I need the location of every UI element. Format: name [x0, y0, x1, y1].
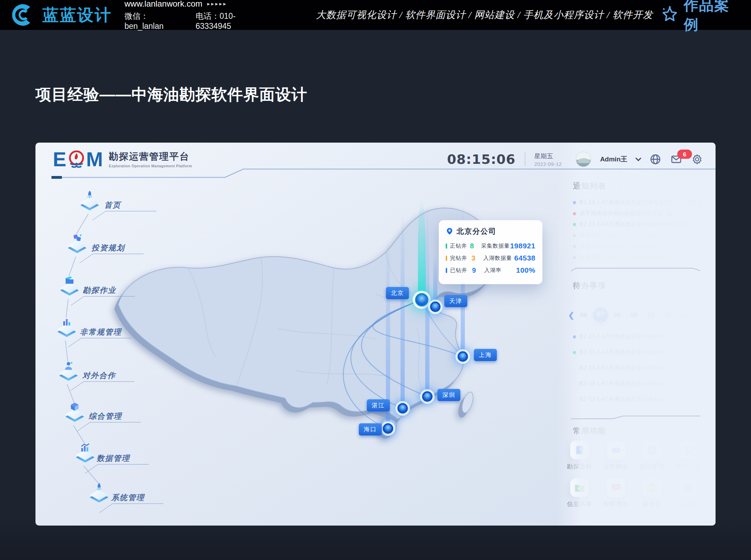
platform-name: 勘探运营管理平台: [109, 150, 192, 163]
metric-label: 入湖率: [484, 267, 516, 274]
sidebar-item-label: 数据管理: [97, 453, 130, 464]
sidebar-item-label: 投资规划: [91, 243, 125, 253]
mail-badge: 6: [677, 150, 692, 159]
stat-value: 3: [471, 254, 483, 262]
lanlan-logo-icon: [10, 3, 35, 26]
platform-icon: [64, 407, 86, 423]
sidebar-glyph-icon: [69, 402, 81, 412]
dashboard-screenshot: 北京天津上海深圳湛江海口 E M 勘探运营管理平台 Exploration Op…: [35, 143, 716, 526]
platform-icon: [56, 322, 78, 338]
sidebar-glyph-icon: [84, 190, 96, 201]
section-divider: [571, 415, 700, 421]
sidebar-item-label: 首页: [104, 200, 121, 210]
contact-block: www.lanlanwork.com ▸▸▸▸▸ 微信：ben_lanlan 电…: [124, 0, 267, 31]
stat-bar: [446, 243, 447, 249]
ecm-logo: E M: [53, 147, 103, 171]
metric-label: 采集数据量: [481, 242, 510, 250]
sidebar-item-label: 对外合作: [82, 370, 116, 381]
stat-label: 完钻井: [450, 255, 471, 262]
city-label-北京[interactable]: 北京: [386, 287, 409, 299]
site-header: 蓝蓝设计 www.lanlanwork.com ▸▸▸▸▸ 微信：ben_lan…: [0, 0, 751, 30]
tooltip-title: 北京分公司: [457, 226, 496, 236]
metric-label: 入湖数据量: [483, 255, 514, 262]
page-title: 项目经验——中海油勘探软件界面设计: [35, 84, 307, 105]
cnooc-emblem-icon: [67, 150, 86, 169]
platform-icon: [88, 488, 110, 504]
section-divider: [571, 266, 700, 273]
platform-icon: [66, 238, 88, 254]
ecm-letter-e: E: [53, 147, 67, 171]
city-label-湛江[interactable]: 湛江: [367, 399, 390, 411]
mail-icon[interactable]: 6: [670, 153, 682, 165]
sidebar-item-label: 非常规管理: [80, 327, 122, 337]
sidebar-item-label: 系统管理: [111, 493, 145, 503]
weekday-label: 星期五: [534, 152, 562, 160]
platform-name-en: Exploration Operation Management Platfor…: [109, 164, 192, 168]
city-label-天津[interactable]: 天津: [444, 295, 467, 307]
stat-bar: [446, 268, 447, 273]
city-label-深圳[interactable]: 深圳: [437, 389, 460, 401]
app-logo: E M 勘探运营管理平台 Exploration Operation Manag…: [53, 147, 192, 171]
metric-value: 198921: [510, 242, 535, 250]
sidebar-item-label: 勘探作业: [83, 285, 116, 296]
sidebar-item-label: 综合管理: [89, 411, 122, 422]
user-name[interactable]: Admin王: [600, 155, 627, 164]
gear-icon[interactable]: [691, 153, 703, 165]
clock: 08:15:06: [447, 152, 516, 167]
light-beam: [433, 255, 437, 307]
sidebar-glyph-icon: [71, 233, 83, 243]
city-marker-深圳[interactable]: [422, 391, 433, 402]
sidebar-glyph-icon: [61, 317, 73, 327]
tooltip-stat-row: 已钻井 9 入湖率 100%: [446, 266, 535, 274]
stat-value: 9: [472, 266, 484, 274]
divider: [525, 152, 525, 166]
platform-icon: [74, 448, 96, 464]
map-pin-icon: [446, 227, 453, 235]
right-panel: [557, 143, 716, 526]
avatar[interactable]: [576, 152, 591, 167]
city-tooltip: 北京分公司 正钻井 8 采集数据量 198921 完钻井 3 入湖数据量 645…: [439, 220, 542, 284]
date-label: 2022-09-12: [534, 161, 562, 167]
city-marker-上海[interactable]: [458, 351, 468, 362]
stat-bar: [446, 256, 447, 261]
sidebar-glyph-icon: [79, 442, 91, 453]
services-nav[interactable]: 大数据可视化设计 / 软件界面设计 / 网站建设 / 手机及小程序设计 / 软件…: [316, 8, 653, 22]
globe-icon[interactable]: [649, 153, 661, 165]
metric-value: 100%: [516, 266, 535, 274]
city-marker-天津[interactable]: [430, 302, 441, 312]
sidebar-glyph-icon: [93, 482, 105, 493]
wechat-label: 微信：ben_lanlan: [124, 11, 184, 31]
light-beam: [401, 207, 405, 408]
tooltip-stat-row: 正钻井 8 采集数据量 198921: [446, 242, 535, 250]
sidebar-glyph-icon: [63, 361, 74, 371]
portfolio-label: 作品案例: [684, 0, 741, 34]
website-link[interactable]: www.lanlanwork.com: [124, 0, 202, 9]
arrows-decoration: ▸▸▸▸▸: [207, 1, 227, 7]
platform-icon: [57, 366, 80, 382]
tooltip-stat-row: 完钻井 3 入湖数据量 64538: [446, 254, 535, 262]
stat-label: 正钻井: [450, 242, 470, 250]
city-marker-湛江[interactable]: [397, 403, 408, 414]
sidebar-glyph-icon: [64, 275, 75, 286]
metric-value: 64538: [514, 254, 535, 262]
portfolio-button[interactable]: 作品案例: [661, 0, 741, 34]
ecm-letter-m: M: [86, 147, 103, 171]
brand-name: 蓝蓝设计: [42, 4, 112, 26]
stat-label: 已钻井: [450, 267, 472, 274]
phone-label: 电话：010-63334945: [196, 11, 267, 31]
city-marker-海口[interactable]: [383, 423, 393, 434]
light-beam: [418, 199, 426, 300]
city-label-海口[interactable]: 海口: [359, 423, 382, 435]
stat-value: 8: [470, 242, 481, 250]
city-label-上海[interactable]: 上海: [474, 349, 497, 361]
chevron-down-icon[interactable]: [636, 155, 641, 161]
city-marker-北京[interactable]: [415, 293, 428, 306]
star-icon: [661, 5, 679, 25]
platform-icon: [79, 195, 101, 211]
platform-icon: [58, 281, 81, 297]
